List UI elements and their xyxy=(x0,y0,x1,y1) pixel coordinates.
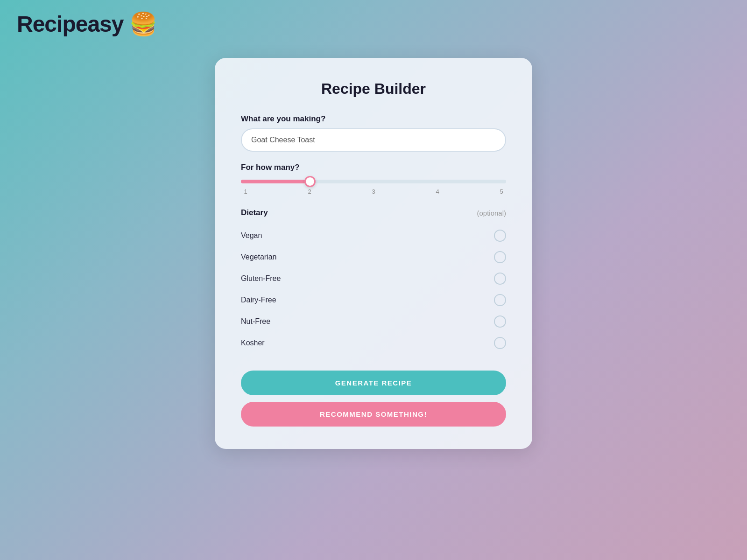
dietary-item-vegetarian: Vegetarian xyxy=(241,246,506,268)
slider-ticks: 1 2 3 4 5 xyxy=(241,188,506,195)
tick-4: 4 xyxy=(433,188,442,195)
servings-section: For how many? 1 2 3 4 5 xyxy=(241,163,506,195)
tick-3: 3 xyxy=(369,188,378,195)
dietary-item-nut-free: Nut-Free xyxy=(241,311,506,332)
dietary-item-kosher: Kosher xyxy=(241,332,506,354)
card-title: Recipe Builder xyxy=(241,80,506,98)
dietary-vegetarian-label: Vegetarian xyxy=(241,253,277,261)
dietary-item-gluten-free: Gluten-Free xyxy=(241,268,506,289)
dietary-nut-free-label: Nut-Free xyxy=(241,317,270,326)
dietary-section: Dietary (optional) Vegan Vegetarian Glut… xyxy=(241,208,506,354)
dietary-item-dairy-free: Dairy-Free xyxy=(241,289,506,311)
dietary-kosher-label: Kosher xyxy=(241,339,265,347)
recommend-button[interactable]: RECOMMEND SOMETHING! xyxy=(241,402,506,427)
app-title: Recipeasy 🍔 xyxy=(17,12,157,36)
app-emoji: 🍔 xyxy=(129,12,157,36)
dietary-optional: (optional) xyxy=(477,209,506,217)
generate-recipe-button[interactable]: GENERATE RECIPE xyxy=(241,371,506,395)
app-header: Recipeasy 🍔 xyxy=(0,0,747,49)
dietary-label: Dietary xyxy=(241,208,268,217)
dietary-kosher-radio[interactable] xyxy=(494,337,506,349)
dietary-nut-free-radio[interactable] xyxy=(494,315,506,328)
dietary-vegan-label: Vegan xyxy=(241,231,262,240)
slider-wrapper xyxy=(241,177,506,185)
tick-1: 1 xyxy=(241,188,250,195)
dietary-vegan-radio[interactable] xyxy=(494,230,506,242)
servings-slider[interactable] xyxy=(241,180,506,183)
main-container: Recipe Builder What are you making? For … xyxy=(0,49,747,449)
dietary-dairy-free-label: Dairy-Free xyxy=(241,296,276,304)
tick-2: 2 xyxy=(305,188,314,195)
dietary-header: Dietary (optional) xyxy=(241,208,506,217)
dietary-gluten-free-radio[interactable] xyxy=(494,273,506,285)
dietary-gluten-free-label: Gluten-Free xyxy=(241,274,281,283)
what-label: What are you making? xyxy=(241,114,506,124)
dietary-item-vegan: Vegan xyxy=(241,225,506,246)
recipe-card: Recipe Builder What are you making? For … xyxy=(215,58,532,449)
dish-name-input[interactable] xyxy=(241,128,506,152)
dietary-dairy-free-radio[interactable] xyxy=(494,294,506,306)
tick-5: 5 xyxy=(497,188,506,195)
servings-label: For how many? xyxy=(241,163,506,172)
app-title-text: Recipeasy xyxy=(17,12,124,36)
dietary-vegetarian-radio[interactable] xyxy=(494,251,506,263)
